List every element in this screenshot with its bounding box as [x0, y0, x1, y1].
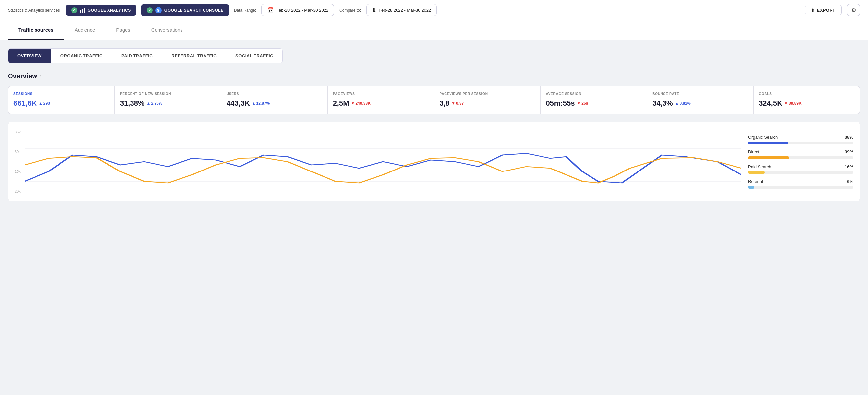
sub-tab-overview[interactable]: OVERVIEW: [8, 49, 51, 63]
calendar-icon: 📅: [267, 7, 274, 13]
metric-sessions-value: 661,6K ▲ 293: [13, 99, 109, 108]
metric-pageviews-label: PAGEVIEWS: [333, 92, 429, 96]
date-range-button[interactable]: 📅 Feb-28 2022 - Mar-30 2022: [261, 4, 334, 16]
metric-pps-label: PAGEVIEWS PER SESSION: [440, 92, 535, 96]
settings-button[interactable]: ⚙: [847, 4, 860, 16]
bar-chart-icon: [80, 7, 85, 13]
google-analytics-label: GOOGLE ANALYTICS: [88, 8, 131, 12]
metrics-row: SESSIONS 661,6K ▲ 293 PERCENT OF NEW SES…: [8, 86, 860, 114]
data-range-label: Data Range:: [234, 8, 256, 12]
export-icon: ⬆: [811, 7, 815, 12]
legend-direct-bar-fill: [748, 157, 789, 159]
metric-users-delta: ▲ 12,87%: [252, 101, 270, 106]
arrow-up-icon-4: ▲: [675, 101, 679, 106]
sub-tab-paid-traffic[interactable]: PAID TRAFFIC: [112, 49, 162, 63]
tab-conversations[interactable]: Conversations: [141, 21, 193, 40]
metric-sessions-label: SESSIONS: [13, 92, 109, 96]
tab-traffic-sources[interactable]: Traffic sources: [8, 21, 64, 40]
metric-goals-label: GOALS: [759, 92, 855, 96]
legend-direct-bar-bg: [748, 157, 853, 159]
line-chart-svg: [15, 129, 741, 195]
arrow-up-icon-2: ▲: [147, 101, 151, 106]
metric-avg-label: AVERAGE SESSION: [546, 92, 642, 96]
export-label: EXPORT: [817, 7, 835, 12]
compare-to-button[interactable]: ⇅ Feb-28 2022 - Mar-30 2022: [366, 4, 437, 16]
metric-pps-delta: ▼ 0,37: [452, 101, 464, 106]
date-range-value: Feb-28 2022 - Mar-30 2022: [276, 7, 329, 12]
gear-icon: ⚙: [851, 7, 856, 13]
metric-avg-delta: ▼ 26s: [577, 101, 588, 106]
metric-percent-delta: ▲ 2,76%: [147, 101, 162, 106]
metric-average-session: AVERAGE SESSION 05m:55s ▼ 26s: [540, 86, 647, 114]
compare-to-value: Feb-28 2022 - Mar-30 2022: [379, 7, 431, 12]
legend-organic-bar-fill: [748, 142, 788, 144]
legend-referral-bar-bg: [748, 186, 853, 189]
legend-organic-bar-bg: [748, 142, 853, 144]
metric-pps-value: 3,8 ▼ 0,37: [440, 99, 535, 108]
metric-bounce-rate: BOUNCE RATE 34,3% ▲ 0,82%: [647, 86, 753, 114]
compare-arrows-icon: ⇅: [372, 7, 376, 13]
info-icon: i: [40, 74, 41, 79]
metric-goals: GOALS 324,5K ▼ 39,89K: [753, 86, 860, 114]
legend-paid-search: Paid Search 16%: [748, 164, 853, 174]
metric-pageviews: PAGEVIEWS 2,5M ▼ 240,33K: [328, 86, 434, 114]
sub-tab-referral-traffic[interactable]: REFERRAL TRAFFIC: [162, 49, 226, 63]
legend-direct-pct: 39%: [845, 149, 853, 154]
legend-paid-label: Paid Search: [748, 164, 771, 169]
legend-referral: Referral 6%: [748, 179, 853, 189]
check-icon: ✓: [71, 7, 77, 13]
metric-pageviews-delta: ▼ 240,33K: [351, 101, 371, 106]
google-analytics-button[interactable]: ✓ GOOGLE ANALYTICS: [66, 5, 136, 16]
metric-goals-value: 324,5K ▼ 39,89K: [759, 99, 855, 108]
legend-referral-bar-fill: [748, 186, 754, 189]
metric-users-label: USERS: [226, 92, 322, 96]
top-bar: Statistics & Analytics services: ✓ GOOGL…: [0, 0, 868, 21]
metric-sessions: SESSIONS 661,6K ▲ 293: [8, 86, 115, 114]
legend-organic-search: Organic Search 38%: [748, 135, 853, 144]
sub-tab-social-traffic[interactable]: SOCIAL TRAFFIC: [226, 49, 282, 63]
legend-organic-pct: 38%: [845, 135, 853, 140]
legend-panel: Organic Search 38% Direct 39% Paid S: [748, 129, 853, 195]
export-button[interactable]: ⬆ EXPORT: [805, 5, 842, 16]
arrow-down-icon-2: ▼: [452, 101, 455, 106]
overview-title: Overview i: [8, 73, 860, 80]
legend-organic-label: Organic Search: [748, 135, 778, 140]
metric-pageviews-per-session: PAGEVIEWS PER SESSION 3,8 ▼ 0,37: [434, 86, 541, 114]
metric-users-value: 443,3K ▲ 12,87%: [226, 99, 322, 108]
services-label: Statistics & Analytics services:: [8, 8, 61, 12]
gsc-icon: G: [155, 7, 162, 13]
chart-container: 35k 30k 25k 20k: [15, 129, 741, 195]
compare-to-label: Compare to:: [339, 8, 361, 12]
metric-percent-label: PERCENT OF NEW SESSION: [120, 92, 216, 96]
arrow-down-icon-4: ▼: [784, 101, 788, 106]
google-search-console-button[interactable]: ✓ G GOOGLE SEARCH CONSOLE: [142, 4, 229, 16]
tab-pages[interactable]: Pages: [105, 21, 141, 40]
sub-tab-organic-traffic[interactable]: ORGANIC TRAFFIC: [51, 49, 112, 63]
metric-users: USERS 443,3K ▲ 12,87%: [221, 86, 328, 114]
metric-bounce-label: BOUNCE RATE: [652, 92, 748, 96]
metric-goals-delta: ▼ 39,89K: [784, 101, 802, 106]
main-content: OVERVIEW ORGANIC TRAFFIC PAID TRAFFIC RE…: [0, 40, 868, 209]
legend-referral-label: Referral: [748, 179, 763, 184]
check-icon-2: ✓: [147, 7, 153, 13]
arrow-up-icon-3: ▲: [252, 101, 256, 106]
legend-direct: Direct 39%: [748, 149, 853, 159]
metric-avg-value: 05m:55s ▼ 26s: [546, 99, 642, 108]
google-search-console-label: GOOGLE SEARCH CONSOLE: [164, 8, 224, 12]
legend-referral-pct: 6%: [847, 179, 853, 184]
legend-paid-bar-bg: [748, 171, 853, 174]
legend-direct-label: Direct: [748, 149, 759, 154]
chart-area: 35k 30k 25k 20k Organic Search: [8, 122, 860, 201]
tab-audience[interactable]: Audience: [64, 21, 106, 40]
main-tabs: Traffic sources Audience Pages Conversat…: [0, 21, 868, 40]
metric-percent-new-session: PERCENT OF NEW SESSION 31,38% ▲ 2,76%: [115, 86, 221, 114]
sub-tabs: OVERVIEW ORGANIC TRAFFIC PAID TRAFFIC RE…: [8, 48, 283, 63]
arrow-down-icon: ▼: [351, 101, 355, 106]
metric-sessions-delta: ▲ 293: [39, 101, 50, 106]
y-axis-labels: 35k 30k 25k 20k: [15, 129, 21, 195]
legend-paid-pct: 16%: [845, 164, 853, 169]
metric-pageviews-value: 2,5M ▼ 240,33K: [333, 99, 429, 108]
metric-percent-value: 31,38% ▲ 2,76%: [120, 99, 216, 108]
arrow-up-icon: ▲: [39, 101, 43, 106]
legend-paid-bar-fill: [748, 171, 765, 174]
